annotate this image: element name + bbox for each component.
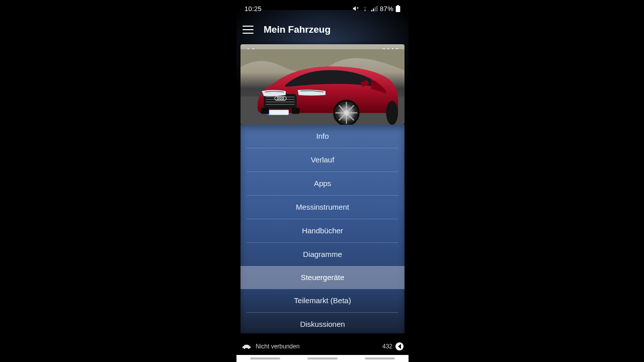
menu-item-label: Verlauf (311, 155, 335, 164)
menu-item-label: Steuergeräte (301, 273, 345, 282)
menu-list: Info Verlauf Apps Messinstrument Handbüc… (240, 125, 405, 333)
menu-icon[interactable] (243, 26, 254, 34)
menu-item-label: Teilemarkt (Beta) (294, 296, 351, 305)
menu-item-apps[interactable]: Apps (240, 172, 405, 195)
menu-item-label: Diagramme (303, 250, 342, 258)
android-nav-bar (236, 355, 409, 362)
nav-back-icon[interactable] (365, 357, 395, 359)
mute-icon (352, 5, 359, 12)
menu-item-verlauf[interactable]: Verlauf (240, 148, 405, 171)
menu-item-label: Apps (314, 179, 331, 188)
svg-rect-15 (261, 108, 269, 114)
svg-point-23 (344, 111, 349, 116)
page-title: Mein Fahrzeug (264, 24, 331, 35)
menu-item-teilemarkt[interactable]: Teilemarkt (Beta) (240, 289, 405, 312)
vehicle-image (240, 49, 405, 125)
svg-rect-16 (292, 108, 300, 114)
menu-item-label: Messinstrument (296, 203, 349, 211)
status-time: 10:25 (245, 5, 262, 13)
car-status-icon (242, 343, 252, 349)
phone-frame: 10:25 87% Mein Fahrzeug A6 2015 (236, 0, 409, 362)
menu-item-label: Handbücher (302, 226, 343, 235)
menu-item-label: Diskussionen (300, 320, 345, 328)
app-bar: Mein Fahrzeug (236, 17, 409, 42)
signal-icon (371, 6, 378, 12)
menu-item-diagramme[interactable]: Diagramme (240, 243, 405, 266)
vehicle-hero[interactable]: A6 2015 (240, 44, 405, 125)
menu-item-messinstrument[interactable]: Messinstrument (240, 196, 405, 219)
connection-status: Nicht verbunden (256, 343, 299, 350)
nav-home-icon[interactable] (307, 357, 338, 359)
wifi-icon (361, 6, 369, 12)
nav-recent-icon[interactable] (250, 357, 280, 359)
svg-point-24 (386, 101, 398, 125)
menu-item-steuergeraete[interactable]: Steuergeräte (240, 266, 405, 289)
connection-count: 432 (382, 343, 392, 350)
battery-icon (395, 5, 400, 12)
status-right: 87% (352, 5, 400, 13)
status-bar: 10:25 87% (236, 0, 409, 17)
menu-item-info[interactable]: Info (240, 125, 405, 148)
connection-indicator-icon[interactable] (395, 342, 404, 350)
menu-item-handbuecher[interactable]: Handbücher (240, 219, 405, 242)
connection-bar: Nicht verbunden 432 (240, 339, 405, 353)
menu-item-label: Info (316, 132, 329, 140)
menu-item-diskussionen[interactable]: Diskussionen (240, 313, 405, 333)
svg-rect-1 (397, 5, 399, 6)
svg-rect-13 (267, 110, 288, 115)
status-battery-text: 87% (380, 5, 393, 13)
